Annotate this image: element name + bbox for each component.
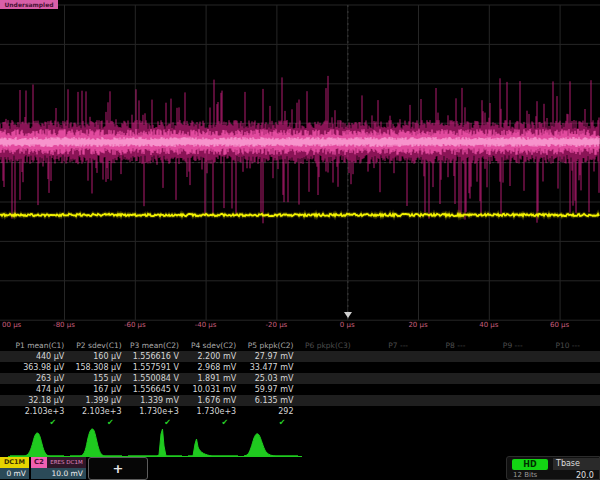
- measure-value-cell: 1.557591 V: [126, 362, 183, 373]
- measure-header-cell[interactable]: P4 sdev(C2): [183, 340, 240, 351]
- measure-value-cell: 2.103e+3: [68, 406, 125, 417]
- measure-value-cell: 2.200 mV: [183, 351, 240, 362]
- measure-value-cell: 2.103e+3: [11, 406, 68, 417]
- measure-value-cell: 1.676 mV: [183, 395, 240, 406]
- measure-value-cell: 474 µV: [11, 384, 68, 395]
- time-tick-label: -60 µs: [124, 321, 146, 329]
- measure-header-cell-unused[interactable]: P7 ---: [355, 340, 412, 351]
- measure-header-cell-unused[interactable]: P9 ---: [469, 340, 526, 351]
- time-tick-label: -40 µs: [195, 321, 217, 329]
- time-tick-label: 40 µs: [479, 321, 498, 329]
- channel-c1-descriptor[interactable]: DC1M 0 mV: [0, 457, 29, 479]
- time-tick-label: 00 µs: [2, 321, 21, 329]
- measure-value-cell: 1.556616 V: [126, 351, 183, 362]
- time-tick-label: 20 µs: [408, 321, 427, 329]
- c2-channel-badge[interactable]: C2: [31, 457, 47, 468]
- measure-value-cell: 10.031 mV: [183, 384, 240, 395]
- measure-status-check-icon: ✔: [240, 417, 297, 428]
- measure-value-cell: 1.399 µV: [68, 395, 125, 406]
- measure-value-cell: 1.891 mV: [183, 373, 240, 384]
- measure-value-cell: 155 µV: [68, 373, 125, 384]
- timebase-value: 20.0: [576, 471, 594, 480]
- measure-header-cell-unused[interactable]: P10 ---: [527, 340, 584, 351]
- measure-value-cell: 59.97 mV: [240, 384, 297, 395]
- measure-header-cell-unused[interactable]: P6 pkpk(C3): [297, 340, 354, 351]
- measure-header-cell[interactable]: P5 pkpk(C2): [240, 340, 297, 351]
- measure-value-cell: 25.03 mV: [240, 373, 297, 384]
- measure-header-cell[interactable]: P2 sdev(C1): [68, 340, 125, 351]
- histicon-p4: [188, 439, 238, 456]
- measure-value-cell: 263 µV: [11, 373, 68, 384]
- hd-mode-badge[interactable]: HD: [512, 459, 548, 470]
- trigger-position-icon[interactable]: [344, 312, 352, 318]
- measure-value-cell: 1.339 mV: [126, 395, 183, 406]
- measure-value-cell: 33.477 mV: [240, 362, 297, 373]
- c1-coupling-badge[interactable]: DC1M: [0, 457, 29, 468]
- histicon-p3: [128, 429, 182, 456]
- measure-value-cell: 160 µV: [68, 351, 125, 362]
- measure-status-check-icon: ✔: [68, 417, 125, 428]
- measure-value-cell: 32.18 µV: [11, 395, 68, 406]
- time-tick-label: 0 µs: [340, 321, 355, 329]
- measure-value-cell: 292: [240, 406, 297, 417]
- measure-header-cell[interactable]: P1 mean(C1): [11, 340, 68, 351]
- measure-value-cell: 2.968 mV: [183, 362, 240, 373]
- time-axis: 00 µs-80 µs-60 µs-40 µs-20 µs0 µs20 µs40…: [0, 321, 600, 332]
- c2-mode-badge[interactable]: ERES DC1M: [47, 457, 86, 468]
- measure-value-cell: 27.97 mV: [240, 351, 297, 362]
- histicon-p5: [244, 434, 298, 456]
- measure-value-cell: 1.730e+3: [126, 406, 183, 417]
- measure-value-cell: 1.550084 V: [126, 373, 183, 384]
- measure-status-check-icon: ✔: [126, 417, 183, 428]
- measure-value-cell: 1.556645 V: [126, 384, 183, 395]
- channel-c2-descriptor[interactable]: C2 ERES DC1M 10.0 mV: [31, 457, 86, 479]
- measure-value-cell: 440 µV: [11, 351, 68, 362]
- oscilloscope-screen: Undersampled 00 µs-80 µs-60 µs-40 µs-20 …: [0, 0, 600, 480]
- measure-value-cell: 6.135 mV: [240, 395, 297, 406]
- measure-header-cell[interactable]: P3 mean(C2): [126, 340, 183, 351]
- measure-value-cell: 363.98 µV: [11, 362, 68, 373]
- time-tick-label: -80 µs: [53, 321, 75, 329]
- time-tick-label: 60 µs: [550, 321, 569, 329]
- measure-status-check-icon: ✔: [11, 417, 68, 428]
- measure-value-cell: 167 µV: [68, 384, 125, 395]
- add-trace-button[interactable]: +: [88, 457, 148, 480]
- c2-vdiv-value: 10.0 mV: [31, 468, 86, 479]
- timebase-label: Tbase: [553, 458, 600, 470]
- measurement-table: P1 mean(C1)P2 sdev(C1)P3 mean(C2)P4 sdev…: [0, 340, 600, 428]
- timebase-bits: 12 Bits: [513, 471, 537, 479]
- measure-header-cell-unused[interactable]: P8 ---: [412, 340, 469, 351]
- undersampled-badge: Undersampled: [0, 0, 58, 9]
- c1-vdiv-value: 0 mV: [0, 468, 29, 479]
- histicon-p1: [10, 433, 64, 456]
- measure-status-check-icon: ✔: [183, 417, 240, 428]
- measurement-histicons: [8, 429, 302, 457]
- measure-value-cell: 1.730e+3: [183, 406, 240, 417]
- histicon-p2: [70, 429, 122, 456]
- timebase-descriptor[interactable]: HD Tbase 12 Bits 20.0: [506, 456, 600, 480]
- time-tick-label: -20 µs: [266, 321, 288, 329]
- measure-value-cell: 158.308 µV: [68, 362, 125, 373]
